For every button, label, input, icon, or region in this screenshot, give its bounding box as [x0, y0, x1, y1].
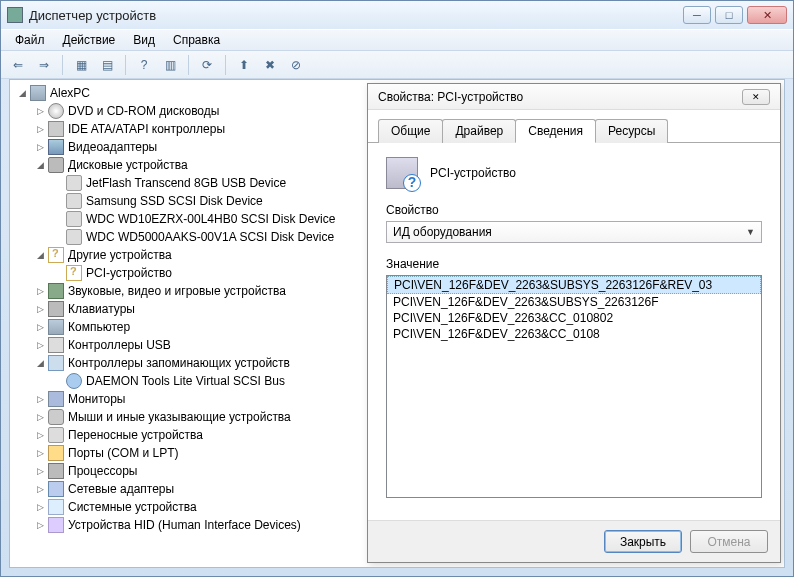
maximize-button[interactable]: □ [715, 6, 743, 24]
property-label: Свойство [386, 203, 762, 217]
collapse-icon[interactable]: ◢ [16, 87, 28, 99]
tree-item-hid[interactable]: ▷Устройства HID (Human Interface Devices… [12, 516, 368, 534]
tree-item-sys[interactable]: ▷Системные устройства [12, 498, 368, 516]
list-item[interactable]: PCI\VEN_126F&DEV_2263&SUBSYS_2263126F&RE… [387, 276, 761, 294]
expand-icon[interactable]: ▷ [34, 303, 46, 315]
drive-icon [66, 193, 82, 209]
tab-details[interactable]: Сведения [515, 119, 596, 143]
mouse-icon [48, 409, 64, 425]
tree-item-mouse[interactable]: ▷Мыши и иные указывающие устройства [12, 408, 368, 426]
system-icon [48, 499, 64, 515]
titlebar[interactable]: Диспетчер устройств ─ □ ✕ [1, 1, 793, 29]
computer-icon [48, 319, 64, 335]
cd-icon [48, 103, 64, 119]
tab-strip: Общие Драйвер Сведения Ресурсы [368, 110, 780, 143]
tab-general[interactable]: Общие [378, 119, 443, 143]
ide-icon [48, 121, 64, 137]
expand-icon[interactable]: ▷ [34, 447, 46, 459]
expand-icon[interactable]: ▷ [34, 501, 46, 513]
menu-action[interactable]: Действие [55, 31, 124, 49]
expand-icon[interactable]: ▷ [34, 141, 46, 153]
chevron-down-icon: ▼ [746, 227, 755, 237]
expand-icon[interactable]: ▷ [34, 105, 46, 117]
tree-item-ide[interactable]: ▷IDE ATA/ATAPI контроллеры [12, 120, 368, 138]
tree-item-daemon[interactable]: DAEMON Tools Lite Virtual SCSI Bus [12, 372, 368, 390]
tree-item-video[interactable]: ▷Видеоадаптеры [12, 138, 368, 156]
expand-icon[interactable]: ▷ [34, 339, 46, 351]
expand-icon[interactable]: ▷ [34, 465, 46, 477]
uninstall-button[interactable]: ✖ [259, 54, 281, 76]
update-driver-button[interactable]: ⬆ [233, 54, 255, 76]
scan-hardware-button[interactable]: ⟳ [196, 54, 218, 76]
expand-icon[interactable]: ▷ [34, 411, 46, 423]
help-button[interactable]: ? [133, 54, 155, 76]
tree-item-disk2[interactable]: Samsung SSD SCSI Disk Device [12, 192, 368, 210]
collapse-icon[interactable]: ◢ [34, 249, 46, 261]
tree-item-other[interactable]: ◢Другие устройства [12, 246, 368, 264]
property-combobox[interactable]: ИД оборудования ▼ [386, 221, 762, 243]
expand-icon[interactable]: ▷ [34, 483, 46, 495]
storage-icon [48, 355, 64, 371]
back-button[interactable]: ⇐ [7, 54, 29, 76]
dialog-close-button[interactable]: ✕ [742, 89, 770, 105]
expand-icon[interactable]: ▷ [34, 321, 46, 333]
tree-item-computer[interactable]: ▷Компьютер [12, 318, 368, 336]
close-action-button[interactable]: Закрыть [604, 530, 682, 553]
tab-body: PCI-устройство Свойство ИД оборудования … [368, 143, 780, 520]
portable-icon [48, 427, 64, 443]
drive-icon [66, 229, 82, 245]
drive-icon [66, 175, 82, 191]
tree-item-ports[interactable]: ▷Порты (COM и LPT) [12, 444, 368, 462]
forward-button[interactable]: ⇒ [33, 54, 55, 76]
tree-item-sound[interactable]: ▷Звуковые, видео и игровые устройства [12, 282, 368, 300]
print-button[interactable]: ▥ [159, 54, 181, 76]
tree-item-disks[interactable]: ◢Дисковые устройства [12, 156, 368, 174]
window-title: Диспетчер устройств [29, 8, 683, 23]
menubar: Файл Действие Вид Справка [1, 29, 793, 51]
usb-icon [48, 337, 64, 353]
list-item[interactable]: PCI\VEN_126F&DEV_2263&CC_0108 [387, 326, 761, 342]
show-hide-tree-button[interactable]: ▦ [70, 54, 92, 76]
device-tree[interactable]: ◢AlexPC ▷DVD и CD-ROM дисководы ▷IDE ATA… [10, 80, 370, 567]
close-button[interactable]: ✕ [747, 6, 787, 24]
tree-item-portable[interactable]: ▷Переносные устройства [12, 426, 368, 444]
collapse-icon[interactable]: ◢ [34, 159, 46, 171]
expand-icon[interactable]: ▷ [34, 393, 46, 405]
tree-item-cdrom[interactable]: ▷DVD и CD-ROM дисководы [12, 102, 368, 120]
unknown-icon [48, 247, 64, 263]
minimize-button[interactable]: ─ [683, 6, 711, 24]
menu-file[interactable]: Файл [7, 31, 53, 49]
tree-item-keyboard[interactable]: ▷Клавиатуры [12, 300, 368, 318]
daemon-icon [66, 373, 82, 389]
tree-item-disk3[interactable]: WDC WD10EZRX-00L4HB0 SCSI Disk Device [12, 210, 368, 228]
expand-icon[interactable]: ▷ [34, 519, 46, 531]
tree-root-label: AlexPC [50, 86, 90, 100]
tree-item-storage[interactable]: ◢Контроллеры запоминающих устройств [12, 354, 368, 372]
disable-button[interactable]: ⊘ [285, 54, 307, 76]
properties-button[interactable]: ▤ [96, 54, 118, 76]
tree-item-pci[interactable]: PCI-устройство [12, 264, 368, 282]
tree-item-cpu[interactable]: ▷Процессоры [12, 462, 368, 480]
expand-icon[interactable]: ▷ [34, 285, 46, 297]
dialog-titlebar[interactable]: Свойства: PCI-устройство ✕ [368, 84, 780, 110]
computer-icon [30, 85, 46, 101]
client-area: ◢AlexPC ▷DVD и CD-ROM дисководы ▷IDE ATA… [9, 79, 785, 568]
tree-item-usb[interactable]: ▷Контроллеры USB [12, 336, 368, 354]
list-item[interactable]: PCI\VEN_126F&DEV_2263&CC_010802 [387, 310, 761, 326]
tree-item-net[interactable]: ▷Сетевые адаптеры [12, 480, 368, 498]
menu-help[interactable]: Справка [165, 31, 228, 49]
tree-item-disk4[interactable]: WDC WD5000AAKS-00V1A SCSI Disk Device [12, 228, 368, 246]
value-listbox[interactable]: PCI\VEN_126F&DEV_2263&SUBSYS_2263126F&RE… [386, 275, 762, 498]
tree-item-disk1[interactable]: JetFlash Transcend 8GB USB Device [12, 174, 368, 192]
list-item[interactable]: PCI\VEN_126F&DEV_2263&SUBSYS_2263126F [387, 294, 761, 310]
menu-view[interactable]: Вид [125, 31, 163, 49]
collapse-icon[interactable]: ◢ [34, 357, 46, 369]
tab-resources[interactable]: Ресурсы [595, 119, 668, 143]
property-selected: ИД оборудования [393, 225, 492, 239]
expand-icon[interactable]: ▷ [34, 429, 46, 441]
tree-item-monitor[interactable]: ▷Мониторы [12, 390, 368, 408]
tab-driver[interactable]: Драйвер [442, 119, 516, 143]
tree-root[interactable]: ◢AlexPC [12, 84, 368, 102]
expand-icon[interactable]: ▷ [34, 123, 46, 135]
monitor-icon [48, 391, 64, 407]
